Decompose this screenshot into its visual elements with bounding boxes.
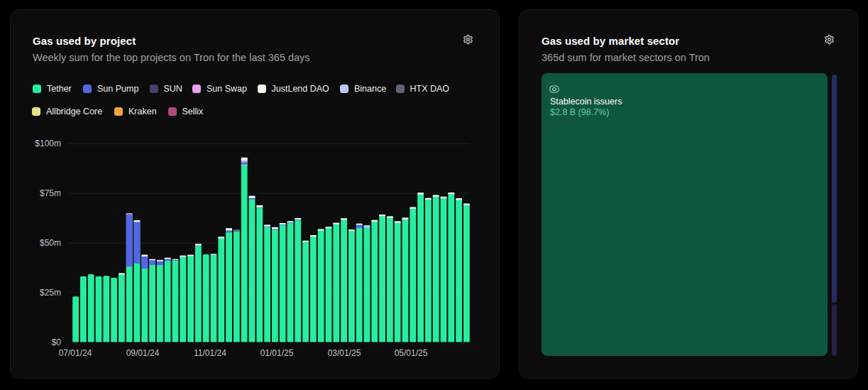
svg-text:$0: $0 <box>52 337 62 347</box>
svg-text:$50m: $50m <box>40 238 61 248</box>
svg-text:05/01/25: 05/01/25 <box>395 348 428 358</box>
svg-text:11/01/24: 11/01/24 <box>194 348 226 358</box>
svg-text:09/01/24: 09/01/24 <box>126 348 160 358</box>
svg-text:$100m: $100m <box>35 139 61 148</box>
svg-text:$25m: $25m <box>40 288 61 298</box>
svg-text:$75m: $75m <box>40 188 61 198</box>
svg-text:03/01/25: 03/01/25 <box>328 348 361 358</box>
svg-text:07/01/24: 07/01/24 <box>59 348 92 358</box>
svg-text:01/01/25: 01/01/25 <box>260 348 294 358</box>
